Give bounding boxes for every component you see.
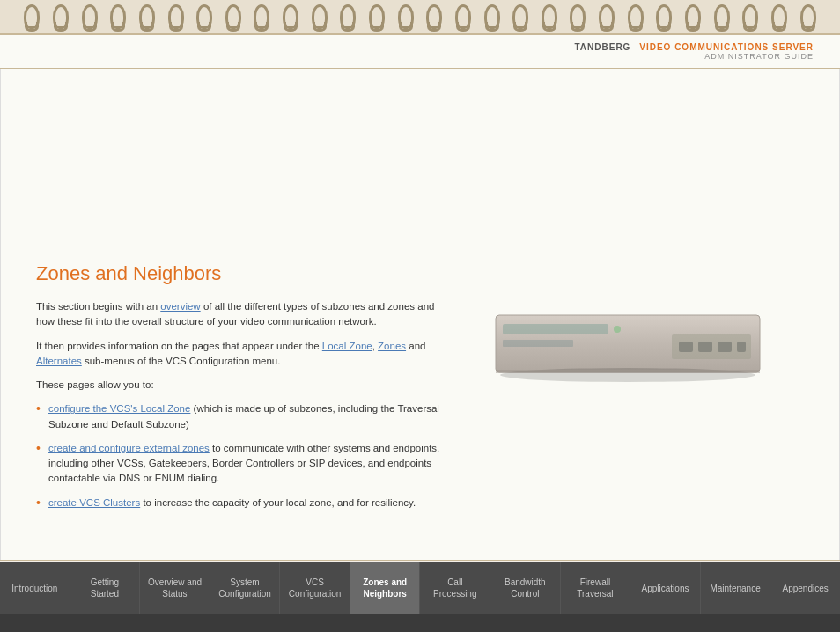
header-title: TANDBERG VIDEO COMMUNICATIONS SERVER <box>26 42 814 52</box>
spiral-ring <box>628 4 644 29</box>
spiral-ring <box>714 4 730 29</box>
local-zone-link[interactable]: Local Zone <box>322 341 372 351</box>
spiral-ring <box>570 4 586 29</box>
spiral-ring <box>398 4 414 29</box>
page-heading: Zones and Neighbors <box>36 262 452 285</box>
spiral-ring <box>254 4 269 29</box>
page-header: TANDBERG VIDEO COMMUNICATIONS SERVER ADM… <box>0 35 840 69</box>
header-subtitle: ADMINISTRATOR GUIDE <box>26 52 814 61</box>
nav-tab-maintenance[interactable]: Maintenance <box>701 562 771 614</box>
content-wrapper: Zones and Neighbors This section begins … <box>36 262 804 519</box>
intro-paragraph-1: This section begins with an overview of … <box>36 299 452 330</box>
spiral-ring <box>685 4 701 29</box>
spiral-ring <box>369 4 385 29</box>
alternates-link[interactable]: Alternates <box>36 356 82 366</box>
svg-rect-1 <box>503 324 608 334</box>
brand-name: TANDBERG <box>574 42 630 52</box>
spiral-ring <box>168 4 184 29</box>
nav-tab-call-processing[interactable]: Call Processing <box>420 562 490 614</box>
main-content: Zones and Neighbors This section begins … <box>0 69 840 560</box>
vcs-device-svg <box>487 298 786 403</box>
spiral-ring <box>24 4 40 29</box>
spiral-ring <box>225 4 241 29</box>
svg-rect-6 <box>698 342 712 352</box>
spiral-ring <box>599 4 615 29</box>
spiral-ring <box>340 4 356 29</box>
configure-external-zones-link[interactable]: create and configure external zones <box>48 443 210 453</box>
spiral-ring <box>312 4 328 29</box>
svg-rect-7 <box>718 342 732 352</box>
svg-rect-10 <box>496 370 760 373</box>
svg-rect-3 <box>503 340 573 347</box>
list-item: configure the VCS's Local Zone (which is… <box>36 401 452 432</box>
intro-paragraph-2: It then provides information on the page… <box>36 339 452 370</box>
nav-tab-introduction[interactable]: Introduction <box>0 562 70 614</box>
nav-tab-getting-started[interactable]: Getting Started <box>70 562 141 614</box>
spiral-ring <box>771 4 787 29</box>
spiral-ring <box>82 4 98 29</box>
top-spacer <box>36 86 804 245</box>
nav-tab-zones-neighbors[interactable]: Zones and Neighbors <box>350 562 421 614</box>
spiral-ring <box>455 4 471 29</box>
device-image <box>469 298 804 403</box>
spiral-ring <box>484 4 500 29</box>
nav-tabs: IntroductionGetting StartedOverview and … <box>0 562 840 614</box>
spiral-ring <box>800 4 816 29</box>
svg-point-2 <box>614 326 621 333</box>
nav-tab-appendices[interactable]: Appendices <box>770 562 840 614</box>
svg-rect-5 <box>679 342 693 352</box>
list-item: create VCS Clusters to increase the capa… <box>36 496 452 511</box>
list-item: create and configure external zones to c… <box>36 441 452 487</box>
spiral-ring <box>139 4 155 29</box>
spiral-ring <box>742 4 758 29</box>
create-clusters-link[interactable]: create VCS Clusters <box>48 497 140 508</box>
spiral-binding <box>0 0 840 35</box>
allows-label: These pages allow you to: <box>36 378 452 393</box>
spiral-ring <box>196 4 212 29</box>
svg-rect-8 <box>737 342 746 352</box>
feature-list: configure the VCS's Local Zone (which is… <box>36 401 452 511</box>
nav-tab-firewall-traversal[interactable]: Firewall Traversal <box>561 562 631 614</box>
nav-tab-system-config[interactable]: System Configuration <box>210 562 281 614</box>
nav-tab-applications[interactable]: Applications <box>630 562 701 614</box>
bottom-bar: IntroductionGetting StartedOverview and … <box>0 562 840 632</box>
vcs-label: VIDEO COMMUNICATIONS SERVER <box>639 42 814 52</box>
zones-link[interactable]: Zones <box>378 341 406 351</box>
nav-tab-overview-status[interactable]: Overview and Status <box>140 562 210 614</box>
spiral-ring <box>53 4 69 29</box>
nav-tab-bandwidth-control[interactable]: Bandwidth Control <box>490 562 561 614</box>
spiral-ring <box>426 4 442 29</box>
spiral-ring <box>542 4 557 29</box>
configure-local-zone-link[interactable]: configure the VCS's Local Zone <box>48 403 190 414</box>
nav-tab-vcs-config[interactable]: VCS Configuration <box>280 562 350 614</box>
spiral-ring <box>110 4 126 29</box>
spiral-ring <box>283 4 298 29</box>
spiral-ring <box>656 4 672 29</box>
text-content: Zones and Neighbors This section begins … <box>36 262 452 519</box>
overview-link[interactable]: overview <box>160 301 200 312</box>
spiral-ring <box>512 4 528 29</box>
